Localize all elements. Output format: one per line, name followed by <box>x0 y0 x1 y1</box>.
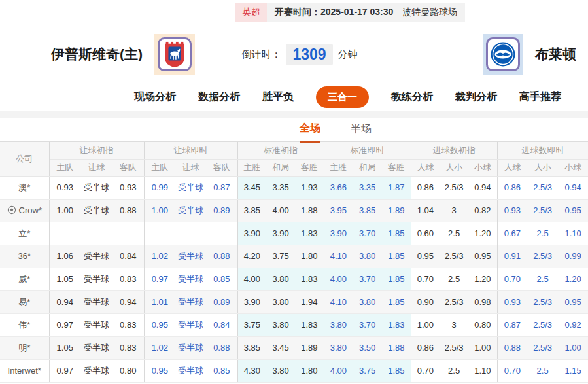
odds-cell-live[interactable]: 0.99 <box>144 176 175 199</box>
company-cell[interactable]: 立* <box>0 222 49 245</box>
odds-cell-live[interactable]: 0.95 <box>144 359 175 382</box>
odds-cell-live[interactable]: 0.91 <box>497 245 527 268</box>
odds-cell-live[interactable]: 2.5/3 <box>527 290 558 313</box>
odds-cell-live[interactable]: 0.89 <box>206 290 237 313</box>
odds-cell-live[interactable]: 1.89 <box>382 199 411 222</box>
odds-cell-live[interactable]: 1.02 <box>144 245 175 268</box>
odds-cell-live[interactable]: 2.5/3 <box>527 176 558 199</box>
subtab-0[interactable]: 全场 <box>300 122 320 143</box>
odds-cell-live[interactable]: 0.93 <box>497 290 527 313</box>
odds-cell-live[interactable]: 2.5 <box>527 268 558 290</box>
odds-cell-live[interactable]: 3.70 <box>353 222 382 245</box>
odds-cell-live[interactable]: 3.80 <box>353 290 382 313</box>
odds-cell-live[interactable]: 3.85 <box>353 199 382 222</box>
odds-cell-live[interactable]: 3.80 <box>324 336 353 359</box>
odds-cell-live[interactable]: 0.67 <box>497 222 527 245</box>
nav-tab-1[interactable]: 数据分析 <box>198 90 240 104</box>
odds-cell-live[interactable]: 3.70 <box>353 313 382 336</box>
company-cell[interactable]: 澳* <box>0 176 49 199</box>
nav-tab-5[interactable]: 裁判分析 <box>455 90 497 104</box>
odds-cell-live[interactable]: 3.50 <box>353 336 382 359</box>
odds-cell-live[interactable]: 1.85 <box>382 245 411 268</box>
odds-cell-live[interactable]: 2.5/3 <box>527 199 558 222</box>
odds-cell-live[interactable]: 0.99 <box>558 245 588 268</box>
odds-cell-initial: 4.30 <box>237 359 266 382</box>
nav-tab-3[interactable]: 三合一 <box>316 86 369 108</box>
odds-cell-live[interactable]: 4.10 <box>324 290 353 313</box>
odds-cell-live[interactable]: 2.5/3 <box>527 313 558 336</box>
odds-cell-live[interactable]: 0.94 <box>558 176 588 199</box>
company-cell[interactable]: 威* <box>0 268 49 290</box>
odds-cell-live[interactable]: 0.95 <box>144 313 175 336</box>
odds-cell-live[interactable]: 0.70 <box>497 359 527 382</box>
odds-cell-live[interactable]: 1.85 <box>382 222 411 245</box>
odds-cell-live[interactable] <box>206 222 237 245</box>
odds-cell-live[interactable]: 0.88 <box>206 245 237 268</box>
odds-cell-live[interactable]: 2.5 <box>527 359 558 382</box>
odds-cell-live[interactable]: 1.85 <box>382 359 411 382</box>
odds-cell-live[interactable]: 1.85 <box>382 268 411 290</box>
odds-cell-live[interactable]: 4.00 <box>324 359 353 382</box>
odds-cell-live[interactable]: 0.97 <box>144 268 175 290</box>
odds-cell-live[interactable]: 2.5 <box>527 222 558 245</box>
odds-cell-live[interactable] <box>144 222 175 245</box>
odds-cell-live[interactable]: 3.95 <box>324 199 353 222</box>
odds-cell-live[interactable]: 3.70 <box>353 268 382 290</box>
nav-tab-6[interactable]: 高手推荐 <box>519 90 561 104</box>
odds-cell-live[interactable]: 4.10 <box>324 245 353 268</box>
odds-cell-live[interactable]: 0.85 <box>206 359 237 382</box>
odds-cell-live[interactable]: 0.85 <box>206 268 237 290</box>
nav-tab-2[interactable]: 胜平负 <box>262 90 294 104</box>
odds-cell-live[interactable]: 1.20 <box>558 268 588 290</box>
odds-cell-live[interactable]: 2.5/3 <box>527 245 558 268</box>
odds-cell-live[interactable]: 2.5/3 <box>527 336 558 359</box>
odds-cell-live[interactable]: 0.70 <box>497 268 527 290</box>
odds-cell-live[interactable]: 1.15 <box>558 359 588 382</box>
odds-cell-live[interactable]: 3.80 <box>324 313 353 336</box>
odds-cell-live[interactable]: 0.95 <box>558 290 588 313</box>
odds-cell-live[interactable]: 0.88 <box>497 336 527 359</box>
odds-cell-live[interactable]: 受半球 <box>175 268 206 290</box>
company-cell[interactable]: Interwet* <box>0 359 49 382</box>
odds-cell-live[interactable]: 0.87 <box>497 313 527 336</box>
odds-cell-live[interactable]: 3.66 <box>324 176 353 199</box>
odds-cell-live[interactable]: 3.75 <box>353 359 382 382</box>
odds-cell-live[interactable]: 1.10 <box>558 222 588 245</box>
odds-cell-live[interactable]: 1.02 <box>144 336 175 359</box>
odds-cell-live[interactable]: 1.87 <box>382 176 411 199</box>
odds-cell-live[interactable]: 1.88 <box>382 336 411 359</box>
nav-tab-4[interactable]: 教练分析 <box>391 90 433 104</box>
odds-cell-live[interactable]: 1.83 <box>382 313 411 336</box>
odds-cell-live[interactable]: 受半球 <box>175 245 206 268</box>
odds-cell-live[interactable]: 受半球 <box>175 199 206 222</box>
odds-cell-live[interactable]: 0.87 <box>206 176 237 199</box>
odds-cell-live[interactable]: 受半球 <box>175 336 206 359</box>
odds-cell-live[interactable]: 0.84 <box>206 313 237 336</box>
odds-cell-live[interactable]: 1.85 <box>382 290 411 313</box>
odds-cell-live[interactable]: 0.95 <box>558 199 588 222</box>
odds-cell-live[interactable]: 0.88 <box>206 336 237 359</box>
odds-cell-live[interactable]: 3.35 <box>353 176 382 199</box>
odds-cell-live[interactable]: 3.80 <box>353 245 382 268</box>
odds-cell-live[interactable]: 4.00 <box>324 268 353 290</box>
subtab-1[interactable]: 半场 <box>351 122 372 141</box>
odds-cell-live[interactable]: 受半球 <box>175 176 206 199</box>
odds-cell-live[interactable]: 1.00 <box>144 199 175 222</box>
company-cell[interactable]: Crow* <box>0 199 49 222</box>
nav-tab-0[interactable]: 现场分析 <box>134 90 176 104</box>
odds-cell-live[interactable]: 受半球 <box>175 313 206 336</box>
company-cell[interactable]: 36* <box>0 245 49 268</box>
odds-cell-live[interactable]: 受半球 <box>175 359 206 382</box>
company-cell[interactable]: 伟* <box>0 313 49 336</box>
odds-cell-live[interactable]: 1.00 <box>558 336 588 359</box>
odds-cell-live[interactable]: 0.86 <box>497 176 527 199</box>
odds-cell-live[interactable]: 受半球 <box>175 290 206 313</box>
odds-cell-live[interactable]: 1.01 <box>144 290 175 313</box>
company-cell[interactable]: 明* <box>0 336 49 359</box>
odds-cell-live[interactable]: 0.92 <box>558 313 588 336</box>
odds-cell-live[interactable]: 0.89 <box>206 199 237 222</box>
odds-cell-live[interactable]: 0.93 <box>497 199 527 222</box>
odds-cell-live[interactable] <box>175 222 206 245</box>
company-cell[interactable]: 易* <box>0 290 49 313</box>
odds-cell-live[interactable]: 3.90 <box>324 222 353 245</box>
